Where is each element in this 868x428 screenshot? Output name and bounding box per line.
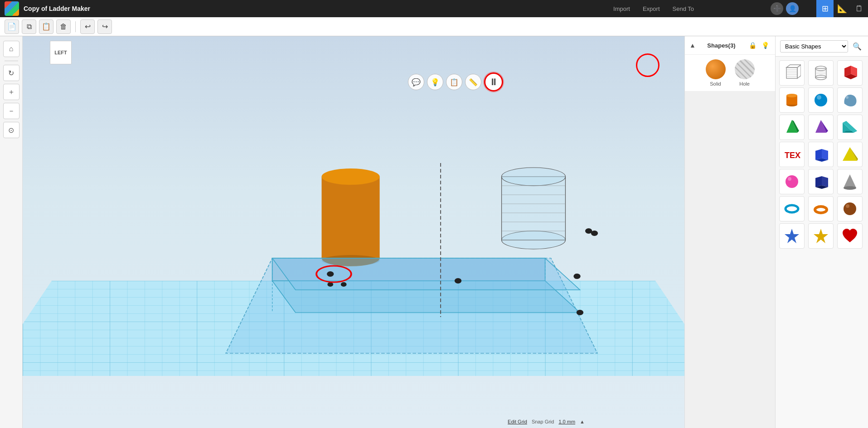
undo-button[interactable]: ↩ (80, 19, 95, 34)
svg-point-22 (341, 282, 347, 287)
shape-sphere-pink[interactable] (779, 169, 805, 194)
snap-value[interactable]: 1.0 mm (558, 419, 575, 424)
shape-star-yellow[interactable] (808, 223, 834, 249)
eye-icon[interactable]: 💡 (760, 40, 771, 51)
shapes-search-button[interactable]: 🔍 (851, 40, 863, 53)
viewport[interactable]: LEFT 💬 💡 📋 📏 ⏸ (23, 36, 684, 428)
tab-grid[interactable]: ⊞ (816, 0, 834, 17)
svg-point-77 (815, 207, 827, 213)
shape-prism-blue[interactable] (808, 142, 834, 167)
svg-point-53 (815, 94, 827, 106)
hole-option[interactable]: Hole (735, 59, 755, 87)
shape-pyramid-green[interactable] (779, 115, 805, 140)
shape-cylinder-hatched[interactable] (808, 60, 834, 86)
svg-point-23 (327, 282, 333, 287)
inspector-icons: 🔒 💡 (747, 40, 771, 51)
svg-point-24 (455, 278, 461, 284)
svg-marker-39 (786, 65, 801, 67)
export-button[interactable]: Export (636, 3, 666, 15)
comment-icon-btn[interactable]: 💬 (408, 74, 424, 90)
main-area: ⌂ ↻ ＋ － ⊙ LEFT 💬 💡 📋 📏 ⏸ (0, 36, 868, 428)
solid-option[interactable]: Solid (706, 59, 726, 87)
add-user-button[interactable]: ➕ (771, 2, 783, 15)
shape-prism-navy[interactable] (808, 169, 834, 194)
left-sidebar: ⌂ ↻ ＋ － ⊙ (0, 36, 23, 428)
zoom-out-button[interactable]: － (3, 103, 19, 119)
shape-cone-gray[interactable] (837, 169, 863, 194)
copy-button[interactable]: 📋 (39, 19, 53, 34)
shape-pyramid-yellow[interactable] (837, 142, 863, 167)
shapes-header: Basic Shapes 🔍 (776, 36, 868, 57)
shape-sphere-brown[interactable] (837, 196, 863, 221)
svg-point-52 (786, 94, 797, 97)
toolbar: 📄 ⧉ 📋 🗑 ↩ ↪ (0, 17, 868, 36)
svg-point-76 (786, 205, 798, 212)
inspector-empty (685, 91, 775, 428)
view-tabs: ⊞ 📐 🗒 (816, 0, 868, 17)
duplicate-button[interactable]: ⧉ (22, 19, 36, 34)
shape-heart-red[interactable] (837, 223, 863, 249)
align-icon-btn[interactable]: ⏸ (484, 72, 503, 91)
shape-organic-blue[interactable] (837, 87, 863, 113)
sidebar-sep-1 (5, 61, 18, 61)
svg-point-70 (788, 177, 791, 181)
ie-bar: Import Export Send To (607, 0, 700, 17)
shape-pyramid-purple[interactable] (808, 115, 834, 140)
svg-marker-18 (272, 258, 545, 281)
zoom-fit-button[interactable]: ⊙ (3, 122, 19, 138)
rotate-button[interactable]: ↻ (3, 65, 19, 81)
user-avatar[interactable]: 👤 (786, 2, 799, 15)
bulb-icon-btn[interactable]: 💡 (427, 74, 443, 90)
svg-point-27 (591, 231, 598, 236)
svg-marker-67 (843, 147, 857, 161)
shape-torus-orange[interactable] (808, 196, 834, 221)
svg-point-21 (327, 271, 334, 277)
svg-marker-3 (226, 258, 597, 353)
solid-circle (706, 59, 726, 79)
red-circle-annotation (636, 53, 659, 77)
svg-point-78 (844, 202, 856, 215)
inspector-header: ▲ Shapes(3) 🔒 💡 (685, 36, 775, 55)
lock-icon[interactable]: 🔒 (747, 40, 758, 51)
hole-circle (735, 59, 755, 79)
shapes-category-dropdown[interactable]: Basic Shapes (780, 40, 848, 53)
delete-button[interactable]: 🗑 (56, 19, 71, 34)
svg-marker-64 (815, 149, 822, 160)
svg-marker-71 (815, 176, 822, 187)
note-icon-btn[interactable]: 📋 (446, 74, 462, 90)
send-to-button[interactable]: Send To (666, 3, 700, 15)
home-button[interactable]: ⌂ (3, 41, 19, 57)
zoom-in-button[interactable]: ＋ (3, 84, 19, 100)
redo-button[interactable]: ↪ (97, 19, 112, 34)
shape-cube-red[interactable] (837, 60, 863, 86)
shape-torus-blue[interactable] (779, 196, 805, 221)
new-button[interactable]: 📄 (5, 19, 19, 34)
import-button[interactable]: Import (607, 3, 636, 15)
svg-point-10 (502, 168, 566, 186)
shape-sphere-blue[interactable] (808, 87, 834, 113)
svg-marker-66 (822, 149, 828, 160)
svg-marker-74 (844, 174, 856, 188)
shape-cylinder-orange[interactable] (779, 87, 805, 113)
right-inspector: ▲ Shapes(3) 🔒 💡 Solid Hole (684, 36, 775, 428)
solid-label: Solid (710, 81, 721, 87)
svg-point-55 (846, 96, 849, 99)
shape-wedge-teal[interactable] (837, 115, 863, 140)
tab-build[interactable]: 📐 (834, 0, 851, 17)
svg-point-25 (573, 274, 580, 279)
svg-marker-0 (23, 281, 684, 376)
app-title: Copy of Ladder Maker (24, 5, 90, 12)
ruler-icon-btn[interactable]: 📏 (465, 74, 481, 90)
edit-grid-label[interactable]: Edit Grid (508, 419, 527, 424)
svg-text:TEXT: TEXT (785, 151, 801, 160)
shape-text-red[interactable]: TEXT (779, 142, 805, 167)
collapse-icon[interactable]: ▲ (689, 42, 696, 49)
tab-codeblocks[interactable]: 🗒 (851, 0, 868, 17)
scene-svg (23, 36, 684, 428)
snap-grid-label: Snap Grid (532, 419, 554, 424)
shapes-grid: TEXT (776, 57, 868, 252)
shape-box-hatched[interactable] (779, 60, 805, 86)
shape-star-blue[interactable] (779, 223, 805, 249)
svg-point-7 (322, 255, 380, 266)
svg-rect-5 (322, 177, 380, 258)
